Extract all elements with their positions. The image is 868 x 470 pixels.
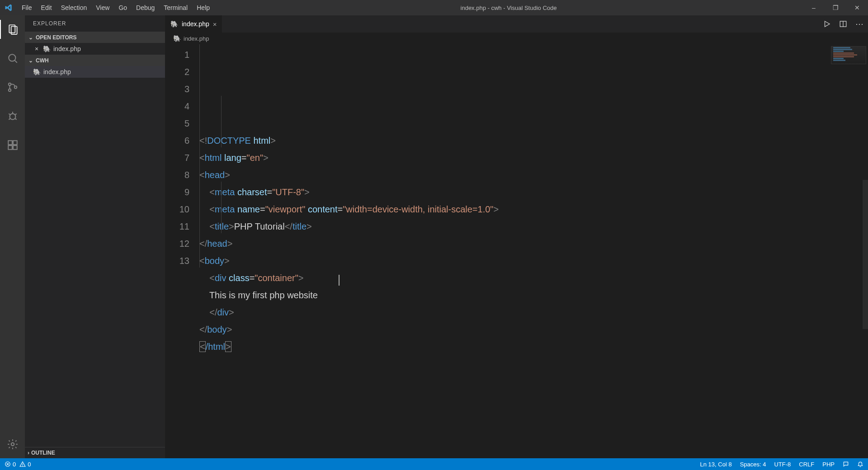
svg-point-6 (14, 86, 16, 88)
menu-help[interactable]: Help (192, 0, 214, 15)
chevron-down-icon: ⌄ (28, 57, 34, 64)
svg-rect-14 (8, 146, 12, 150)
activity-bar (0, 15, 25, 458)
svg-line-12 (15, 118, 16, 119)
search-activity-icon[interactable] (0, 49, 25, 68)
more-actions-icon[interactable]: ⋯ (855, 19, 863, 29)
explorer-activity-icon[interactable] (0, 20, 25, 39)
code-content[interactable]: <!DOCTYPE html><html lang="en"><head> <m… (199, 44, 868, 458)
svg-point-4 (8, 83, 10, 85)
status-encoding[interactable]: UTF-8 (774, 461, 791, 468)
extensions-activity-icon[interactable] (0, 136, 25, 155)
vscode-logo-icon (0, 4, 17, 12)
maximize-button[interactable]: ❐ (825, 0, 846, 15)
title-bar: FileEditSelectionViewGoDebugTerminalHelp… (0, 0, 868, 15)
editor[interactable]: 12345678910111213 <!DOCTYPE html><html l… (165, 44, 868, 458)
svg-point-5 (8, 89, 10, 91)
status-bar: 0 0 Ln 13, Col 8 Spaces: 4 UTF-8 CRLF PH… (0, 458, 868, 470)
close-window-button[interactable]: ✕ (846, 0, 868, 15)
outline-header[interactable]: › OUTLINE (25, 447, 165, 458)
minimize-button[interactable]: – (803, 0, 825, 15)
svg-rect-15 (13, 146, 17, 150)
svg-point-17 (11, 443, 14, 446)
chevron-down-icon: ⌄ (28, 34, 34, 41)
settings-gear-icon[interactable] (0, 435, 25, 454)
gutter: 12345678910111213 (165, 44, 199, 458)
file-tree-item[interactable]: 🐘 index.php (25, 66, 165, 78)
svg-rect-13 (8, 141, 12, 145)
status-ln-col[interactable]: Ln 13, Col 8 (700, 461, 732, 468)
sidebar: EXPLORER ⌄ OPEN EDITORS × 🐘 index.php ⌄ … (25, 15, 165, 458)
scrollbar[interactable] (863, 180, 868, 329)
explorer-title: EXPLORER (25, 15, 165, 32)
menu-edit[interactable]: Edit (37, 0, 57, 15)
menu-selection[interactable]: Selection (57, 0, 92, 15)
svg-point-2 (9, 54, 15, 61)
split-editor-icon[interactable] (839, 20, 847, 28)
svg-point-25 (23, 465, 23, 466)
menu-go[interactable]: Go (114, 0, 132, 15)
php-file-icon: 🐘 (170, 20, 178, 28)
close-tab-icon[interactable]: × (213, 20, 217, 28)
open-editor-item[interactable]: × 🐘 index.php (25, 43, 165, 55)
status-eol[interactable]: CRLF (799, 461, 814, 468)
status-warnings[interactable]: 0 (19, 461, 31, 468)
window-title: index.php - cwh - Visual Studio Code (214, 5, 803, 11)
menu-terminal[interactable]: Terminal (159, 0, 192, 15)
menu-file[interactable]: File (17, 0, 37, 15)
menu-debug[interactable]: Debug (132, 0, 159, 15)
php-file-icon: 🐘 (33, 68, 41, 75)
svg-line-11 (9, 118, 10, 119)
run-icon[interactable] (823, 20, 831, 28)
close-editor-icon[interactable]: × (33, 45, 40, 52)
php-file-icon: 🐘 (173, 35, 181, 42)
status-bell-icon[interactable] (857, 461, 863, 467)
svg-line-3 (14, 60, 17, 62)
editor-tab[interactable]: 🐘 index.php × (165, 15, 222, 33)
php-file-icon: 🐘 (43, 45, 51, 52)
debug-activity-icon[interactable] (0, 107, 25, 126)
editor-group: 🐘 index.php × ⋯ 🐘 index.php 123456789101… (165, 15, 868, 458)
svg-marker-18 (825, 21, 830, 27)
source-control-activity-icon[interactable] (0, 78, 25, 97)
svg-point-7 (9, 114, 15, 120)
tabs-bar: 🐘 index.php × ⋯ (165, 15, 868, 33)
menu-view[interactable]: View (91, 0, 114, 15)
status-errors[interactable]: 0 (5, 461, 16, 468)
svg-line-9 (9, 114, 10, 115)
text-cursor (339, 275, 340, 286)
svg-line-10 (15, 114, 16, 115)
status-spaces[interactable]: Spaces: 4 (740, 461, 766, 468)
chevron-right-icon: › (28, 450, 29, 456)
status-language[interactable]: PHP (822, 461, 835, 468)
svg-rect-16 (13, 141, 17, 145)
folder-header[interactable]: ⌄ CWH (25, 55, 165, 66)
breadcrumbs[interactable]: 🐘 index.php (165, 33, 868, 44)
open-editors-header[interactable]: ⌄ OPEN EDITORS (25, 32, 165, 43)
menu-bar: FileEditSelectionViewGoDebugTerminalHelp (17, 0, 214, 15)
status-feedback-icon[interactable] (843, 461, 849, 467)
minimap[interactable] (831, 46, 866, 64)
